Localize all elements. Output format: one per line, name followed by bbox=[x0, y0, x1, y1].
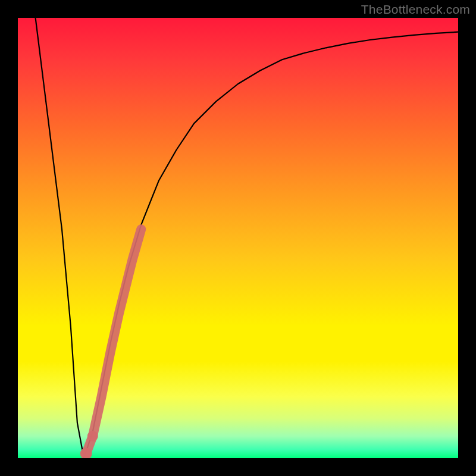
highlight-stroke bbox=[86, 229, 142, 453]
highlight-dot bbox=[87, 431, 98, 441]
plot-area bbox=[18, 18, 458, 458]
highlight-segment bbox=[80, 229, 142, 458]
watermark-text: TheBottleneck.com bbox=[361, 2, 470, 17]
chart-svg bbox=[18, 18, 458, 458]
chart-frame: TheBottleneck.com bbox=[0, 0, 476, 476]
